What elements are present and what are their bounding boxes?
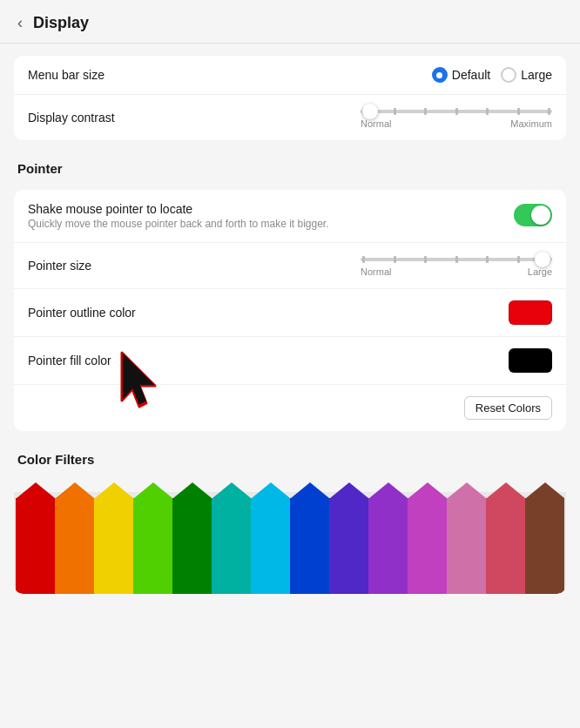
pencil-tip [134, 482, 172, 498]
shake-pointer-label: Shake mouse pointer to locate [28, 202, 514, 216]
pencil-item [172, 482, 212, 594]
back-chevron-icon: ‹ [17, 14, 23, 32]
pencil-body [251, 498, 290, 594]
display-card: Menu bar size Default Large Display cont… [14, 56, 566, 140]
radio-default-circle[interactable] [432, 67, 448, 83]
pencil-tip [95, 482, 133, 498]
pencil-body [212, 498, 251, 594]
pencil-item [212, 482, 251, 594]
pointer-section-heading: Pointer [14, 152, 566, 178]
radio-large-label: Large [521, 68, 552, 82]
pointer-outline-color-row: Pointer outline color [14, 289, 566, 337]
pointer-size-slider-container: Normal Large [361, 254, 552, 277]
pointer-fill-color-swatch[interactable] [509, 348, 552, 373]
pointer-size-row: Pointer size [14, 243, 566, 289]
display-contrast-label: Display contrast [28, 111, 361, 125]
pencil-tip [291, 482, 329, 498]
pointer-size-normal-label: Normal [361, 266, 391, 277]
pencil-tip [56, 482, 94, 498]
shake-pointer-row: Shake mouse pointer to locate Quickly mo… [14, 190, 566, 243]
contrast-slider-track[interactable] [361, 110, 552, 113]
pencil-item [408, 482, 447, 594]
menu-bar-size-row: Menu bar size Default Large [14, 56, 566, 95]
pencil-tip [487, 482, 525, 498]
toggle-thumb [531, 206, 550, 225]
pencils-display [14, 481, 566, 594]
contrast-slider-container: Normal Maximum [361, 106, 552, 129]
pencil-body [447, 498, 486, 594]
pointer-size-slider-thumb[interactable] [535, 252, 550, 267]
display-window: ‹ Display Menu bar size Default Large [0, 0, 580, 728]
pencil-body [525, 498, 564, 594]
pencil-body [16, 498, 55, 594]
pointer-size-slider-track[interactable] [361, 258, 552, 261]
radio-default[interactable]: Default [432, 67, 490, 83]
pencil-body [172, 498, 212, 594]
pointer-size-label: Pointer size [28, 259, 361, 273]
pencil-tip [330, 482, 368, 498]
pencil-item [525, 482, 564, 594]
pencil-tip [526, 482, 564, 498]
pencil-item [133, 482, 172, 594]
pencil-item [329, 482, 368, 594]
reset-colors-button[interactable]: Reset Colors [464, 396, 552, 420]
contrast-slider-thumb[interactable] [362, 104, 378, 119]
contrast-maximum-label: Maximum [510, 118, 552, 129]
header: ‹ Display [0, 0, 580, 44]
display-contrast-row: Display contrast [14, 95, 566, 140]
color-filters-heading: Color Filters [14, 443, 566, 468]
radio-large[interactable]: Large [501, 67, 552, 83]
menu-bar-size-label: Menu bar size [28, 68, 432, 82]
pencil-item [447, 482, 486, 594]
pointer-outline-color-swatch[interactable] [509, 300, 552, 325]
pencil-item [94, 482, 133, 594]
pencil-tip [173, 482, 212, 498]
radio-large-circle[interactable] [501, 67, 516, 83]
pencil-tip [17, 482, 55, 498]
pencil-item [251, 482, 290, 594]
pencil-item [486, 482, 525, 594]
pointer-fill-color-label: Pointer fill color [28, 354, 509, 367]
pencil-tip [448, 482, 486, 498]
menu-bar-size-radio-group: Default Large [432, 67, 552, 83]
pencil-body [486, 498, 525, 594]
radio-default-label: Default [452, 68, 490, 82]
shake-pointer-desc: Quickly move the mouse pointer back and … [28, 218, 514, 230]
pencil-body [94, 498, 133, 594]
pencil-tip [369, 482, 408, 498]
pencil-item [368, 482, 408, 594]
pointer-size-ticks [361, 256, 552, 263]
pencil-tip [408, 482, 447, 498]
contrast-slider-labels: Normal Maximum [361, 118, 552, 129]
shake-pointer-toggle[interactable] [514, 204, 552, 226]
pencil-item [290, 482, 329, 594]
pencil-body [290, 498, 329, 594]
pencil-body [368, 498, 408, 594]
page-title: Display [33, 14, 89, 32]
pointer-fill-color-row: Pointer fill color [14, 337, 566, 385]
pencil-tip [212, 482, 251, 498]
pointer-card: Shake mouse pointer to locate Quickly mo… [14, 190, 566, 431]
pencil-body [133, 498, 172, 594]
pencil-body [55, 498, 94, 594]
contrast-normal-label: Normal [361, 118, 391, 129]
back-button[interactable]: ‹ [17, 14, 26, 32]
pencil-item [55, 482, 94, 594]
pointer-size-large-label: Large [528, 266, 552, 277]
pencil-tip [252, 482, 290, 498]
pencil-body [408, 498, 447, 594]
color-filters-card [14, 481, 566, 594]
pointer-size-labels: Normal Large [361, 266, 552, 277]
contrast-slider-ticks [361, 108, 552, 115]
main-content: Menu bar size Default Large Display cont… [0, 44, 580, 606]
shake-pointer-text: Shake mouse pointer to locate Quickly mo… [28, 202, 514, 230]
pencil-item [16, 482, 55, 594]
reset-colors-row: Reset Colors [14, 385, 566, 431]
pointer-outline-color-label: Pointer outline color [28, 306, 509, 320]
pencil-body [329, 498, 368, 594]
